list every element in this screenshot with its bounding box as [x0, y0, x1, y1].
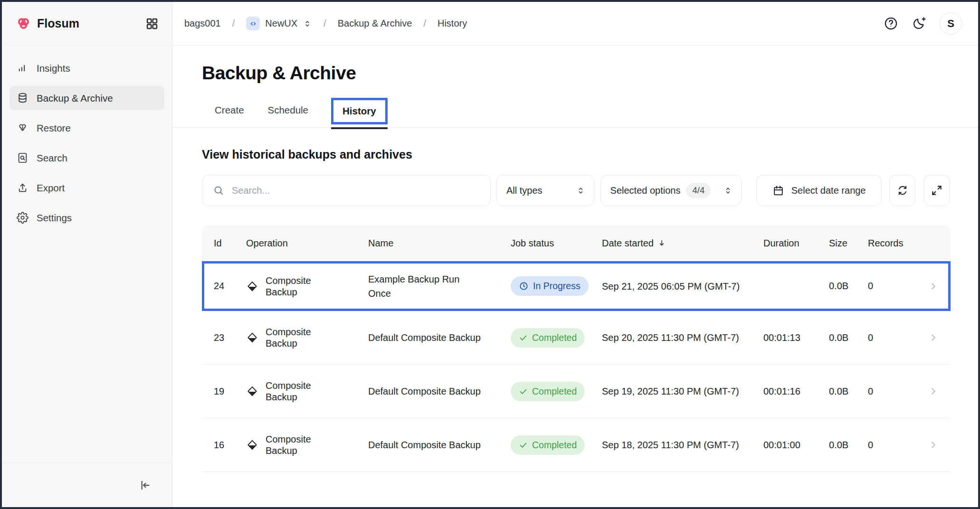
breadcrumb-separator: / [323, 18, 326, 29]
expand-icon [931, 184, 943, 197]
breadcrumb-page: History [438, 18, 467, 29]
composite-backup-icon [246, 385, 258, 397]
sidebar: Flosum Insights [2, 2, 172, 507]
cell-operation: Composite Backup [246, 326, 368, 349]
sidebar-item-search[interactable]: Search [10, 146, 164, 170]
sidebar-item-export[interactable]: Export [10, 176, 164, 200]
database-icon [17, 92, 29, 104]
filter-bar: All types Selected options 4/4 [202, 175, 950, 206]
date-range-label: Select date range [791, 185, 866, 196]
collapse-sidebar-icon[interactable] [138, 479, 151, 492]
breadcrumb-env-selector[interactable]: NewUX [246, 17, 312, 30]
check-icon [519, 441, 528, 450]
cell-operation: Composite Backup [246, 434, 368, 456]
topbar: bags001 / NewUX / Backup & Archive / His… [172, 2, 978, 46]
composite-backup-icon [246, 439, 258, 451]
dark-mode-moon-icon[interactable] [912, 16, 926, 31]
restore-heart-icon [17, 122, 29, 134]
date-range-button[interactable]: Select date range [756, 175, 882, 206]
sort-descending-icon [657, 239, 666, 247]
cell-name: Default Composite Backup [368, 384, 511, 398]
col-id[interactable]: Id [214, 238, 246, 249]
section-heading: View historical backups and archives [202, 148, 950, 161]
table-row[interactable]: 19 Composite Backup Default Composite Ba… [202, 365, 951, 418]
breadcrumb-env-label: NewUX [265, 18, 297, 29]
avatar[interactable]: S [940, 12, 962, 35]
chevron-right-icon[interactable] [928, 332, 939, 343]
cell-name: Default Composite Backup [368, 330, 511, 345]
cell-status: Completed [511, 435, 602, 455]
cell-size: 0.0B [829, 440, 868, 451]
sidebar-item-backup-archive[interactable]: Backup & Archive [10, 86, 164, 110]
bar-chart-icon [17, 62, 29, 74]
chevron-updown-icon [303, 19, 312, 28]
chevron-updown-icon [576, 186, 586, 196]
cell-duration: 00:01:13 [763, 332, 829, 343]
flosum-logo: Flosum [16, 16, 79, 31]
cell-records: 0 [868, 386, 922, 397]
tab-create[interactable]: Create [214, 98, 245, 127]
col-size[interactable]: Size [829, 238, 868, 249]
sidebar-item-label: Search [37, 152, 67, 164]
cell-id: 23 [214, 332, 246, 343]
col-name[interactable]: Name [368, 238, 511, 249]
cell-operation: Composite Backup [246, 275, 368, 298]
cell-records: 0 [868, 281, 922, 292]
sidebar-item-insights[interactable]: Insights [10, 56, 164, 80]
table-row[interactable]: 23 Composite Backup Default Composite Ba… [202, 311, 951, 365]
sidebar-nav: Insights Backup & Archive Restore [2, 46, 172, 462]
cell-status: Completed [511, 328, 602, 348]
chevron-right-icon[interactable] [928, 281, 939, 292]
avatar-initial: S [947, 18, 954, 30]
history-table: Id Operation Name Job status Date starte… [202, 225, 951, 472]
cell-operation: Composite Backup [246, 380, 368, 403]
col-records[interactable]: Records [868, 238, 922, 249]
chevron-updown-icon [723, 186, 733, 196]
check-icon [519, 387, 528, 396]
cell-records: 0 [868, 332, 922, 343]
cell-id: 16 [214, 440, 246, 451]
cell-date-started: Sep 21, 2025 06:05 PM (GMT-7) [602, 279, 763, 293]
type-filter-value: All types [506, 185, 542, 196]
check-icon [519, 333, 528, 342]
help-icon[interactable] [884, 16, 898, 31]
sidebar-header: Flosum [2, 2, 172, 46]
type-filter-dropdown[interactable]: All types [496, 175, 594, 206]
col-date-started[interactable]: Date started [602, 238, 763, 249]
search-icon [213, 185, 224, 196]
breadcrumb-separator: / [232, 18, 235, 29]
cell-size: 0.0B [829, 332, 868, 343]
tab-schedule[interactable]: Schedule [267, 98, 309, 127]
options-filter-label: Selected options [610, 185, 681, 196]
search-field[interactable] [202, 175, 491, 206]
cell-size: 0.0B [829, 386, 868, 397]
topbar-actions: S [884, 12, 962, 35]
clock-icon [519, 281, 529, 291]
chevron-right-icon[interactable] [928, 440, 939, 450]
cell-date-started: Sep 18, 2025 11:30 PM (GMT-7) [602, 440, 763, 451]
chevron-right-icon[interactable] [928, 386, 939, 396]
table-row[interactable]: 24 Composite Backup Example Backup Run O… [202, 261, 951, 311]
table-row[interactable]: 16 Composite Backup Default Composite Ba… [202, 418, 951, 472]
search-input[interactable] [231, 185, 480, 197]
breadcrumb-section[interactable]: Backup & Archive [338, 18, 412, 29]
cell-duration: 00:01:16 [763, 386, 829, 397]
tab-bar: Create Schedule History [172, 98, 978, 128]
col-duration[interactable]: Duration [763, 238, 829, 249]
apps-grid-icon[interactable] [145, 17, 159, 30]
logo-text: Flosum [37, 17, 79, 30]
export-icon [17, 182, 29, 194]
col-job-status[interactable]: Job status [511, 238, 602, 249]
col-operation[interactable]: Operation [246, 238, 368, 249]
breadcrumb-org[interactable]: bags001 [184, 18, 221, 29]
expand-button[interactable] [923, 175, 950, 206]
options-filter-dropdown[interactable]: Selected options 4/4 [600, 175, 742, 206]
flosum-knot-icon [16, 16, 31, 31]
sidebar-item-label: Settings [37, 212, 72, 224]
refresh-icon [896, 184, 909, 197]
tab-history[interactable]: History [331, 98, 388, 124]
sidebar-item-restore[interactable]: Restore [10, 116, 164, 140]
refresh-button[interactable] [889, 175, 916, 206]
sidebar-item-settings[interactable]: Settings [10, 206, 164, 230]
sidebar-footer [2, 462, 172, 507]
